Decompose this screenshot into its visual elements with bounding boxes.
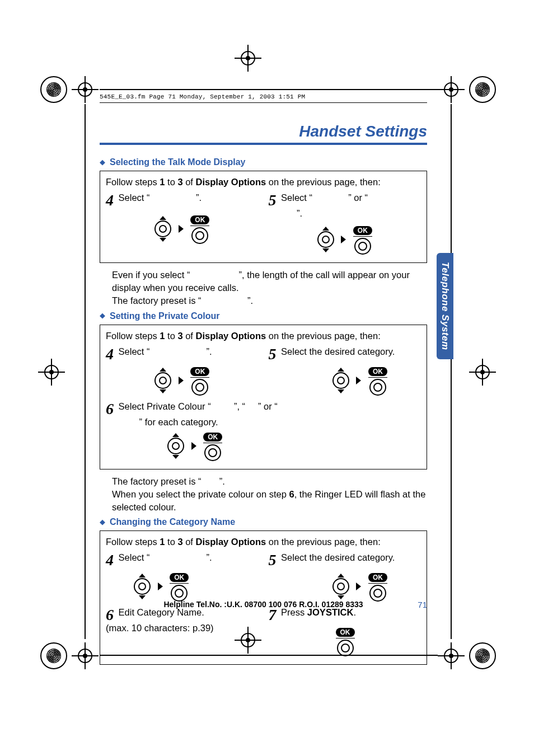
- helpline-text: Helpline Tel.No. :U.K. 08700 100 076 R.O…: [163, 600, 363, 609]
- ok-press-icon: OK: [353, 224, 372, 255]
- step-number: 6: [106, 401, 114, 417]
- step-number: 5: [269, 192, 277, 208]
- intro-text: Follow steps 1 to 3 of Display Options o…: [106, 176, 421, 188]
- step-text: Select “ ”.: [119, 346, 212, 356]
- arrow-right-icon: [356, 583, 361, 590]
- joystick-updown-icon: [134, 574, 151, 599]
- side-tab: Telephone System: [437, 253, 453, 359]
- section-heading: Setting the Private Colour: [110, 311, 219, 321]
- arrow-right-icon: [191, 442, 196, 450]
- reg-cross-icon: [469, 359, 496, 386]
- intro-text: Follow steps 1 to 3 of Display Options o…: [106, 330, 421, 342]
- step-number: 7: [269, 607, 277, 623]
- reg-cross-icon: [38, 359, 65, 386]
- ok-press-icon: OK: [190, 214, 209, 244]
- crop-line: [451, 104, 452, 639]
- page-number: 71: [418, 600, 427, 609]
- step-text: Select “ ” or “ ”.: [269, 192, 368, 218]
- side-tab-label: Telephone System: [439, 262, 451, 350]
- step-number: 4: [106, 192, 114, 208]
- step-text: Select the desired category.: [281, 346, 395, 356]
- joystick-updown-icon: [332, 574, 349, 599]
- step-number: 4: [106, 552, 114, 568]
- arrow-right-icon: [341, 236, 346, 243]
- step-number: 6: [106, 607, 114, 623]
- step-text: Select the desired category.: [281, 552, 395, 562]
- step-number: 5: [269, 552, 277, 568]
- step-text: Select Private Colour “ ”, “ ” or “ ” fo…: [106, 401, 278, 427]
- joystick-updown-icon: [154, 216, 171, 242]
- diamond-icon: ◆: [100, 158, 105, 166]
- reg-corner-icon: [40, 642, 67, 669]
- step-number: 4: [106, 346, 114, 362]
- section-heading: Selecting the Talk Mode Display: [110, 157, 245, 167]
- ok-press-icon: OK: [170, 571, 189, 602]
- step-text: Edit Category Name. (max. 10 characters:…: [106, 607, 214, 633]
- note-text: Even if you select “ ”, the length of th…: [112, 269, 427, 307]
- ok-press-icon: OK: [336, 626, 355, 656]
- reg-corner-icon: [40, 76, 67, 103]
- arrow-right-icon: [158, 583, 163, 590]
- reg-cross-icon: [72, 76, 99, 103]
- arrow-right-icon: [356, 377, 361, 384]
- ok-press-icon: OK: [190, 365, 209, 396]
- diamond-icon: ◆: [100, 518, 105, 526]
- step-text: Press JOYSTICK.: [281, 607, 356, 617]
- reg-cross-icon: [72, 642, 99, 669]
- crop-line: [85, 104, 86, 639]
- diamond-icon: ◆: [100, 311, 105, 320]
- steps-frame: Follow steps 1 to 3 of Display Options o…: [100, 171, 427, 263]
- joystick-updown-icon: [332, 368, 349, 393]
- step-number: 5: [269, 346, 277, 362]
- arrow-right-icon: [179, 225, 184, 233]
- reg-corner-icon: [469, 76, 496, 103]
- page-title: Handset Settings: [100, 123, 427, 140]
- reg-cross-icon: [438, 642, 465, 669]
- ok-press-icon: OK: [368, 571, 387, 602]
- title-rule: [100, 143, 427, 145]
- reg-corner-icon: [469, 642, 496, 669]
- joystick-updown-icon: [167, 433, 184, 459]
- note-text: The factory preset is “ ”. When you sele…: [112, 475, 427, 514]
- reg-cross-icon: [438, 76, 465, 103]
- intro-text: Follow steps 1 to 3 of Display Options o…: [106, 536, 421, 548]
- arrow-right-icon: [179, 377, 184, 384]
- joystick-updown-icon: [317, 227, 334, 252]
- step-text: Select “ ”.: [119, 552, 212, 562]
- section-heading: Changing the Category Name: [110, 517, 235, 527]
- reg-cross-icon: [235, 45, 261, 72]
- steps-frame: Follow steps 1 to 3 of Display Options o…: [100, 325, 427, 469]
- ok-press-icon: OK: [203, 431, 222, 461]
- steps-frame: Follow steps 1 to 3 of Display Options o…: [100, 530, 427, 665]
- step-text: Select “ ”.: [119, 192, 202, 203]
- ok-press-icon: OK: [368, 365, 387, 396]
- joystick-updown-icon: [154, 368, 171, 393]
